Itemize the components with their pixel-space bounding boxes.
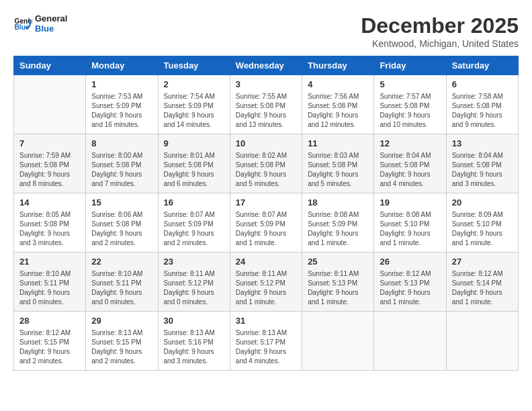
day-info: Sunrise: 8:04 AMSunset: 5:08 PMDaylight:… bbox=[452, 151, 513, 189]
calendar-day-cell: 26Sunrise: 8:12 AMSunset: 5:13 PMDayligh… bbox=[374, 253, 446, 312]
day-number: 14 bbox=[19, 197, 80, 208]
calendar-day-cell: 24Sunrise: 8:11 AMSunset: 5:12 PMDayligh… bbox=[230, 253, 302, 312]
calendar-day-cell: 8Sunrise: 8:00 AMSunset: 5:08 PMDaylight… bbox=[86, 134, 158, 193]
day-info: Sunrise: 8:11 AMSunset: 5:12 PMDaylight:… bbox=[164, 269, 224, 307]
calendar-day-cell: 13Sunrise: 8:04 AMSunset: 5:08 PMDayligh… bbox=[446, 134, 518, 193]
calendar-day-cell: 3Sunrise: 7:55 AMSunset: 5:08 PMDaylight… bbox=[230, 75, 302, 134]
day-number: 17 bbox=[236, 197, 296, 208]
day-info: Sunrise: 8:05 AMSunset: 5:08 PMDaylight:… bbox=[19, 210, 80, 248]
logo-icon: General Blue bbox=[13, 14, 32, 33]
day-number: 23 bbox=[164, 257, 224, 267]
day-info: Sunrise: 8:01 AMSunset: 5:08 PMDaylight:… bbox=[164, 151, 224, 189]
day-number: 6 bbox=[452, 79, 513, 89]
day-info: Sunrise: 8:07 AMSunset: 5:09 PMDaylight:… bbox=[164, 210, 224, 248]
day-info: Sunrise: 8:06 AMSunset: 5:08 PMDaylight:… bbox=[91, 210, 152, 248]
weekday-header-cell: Monday bbox=[86, 56, 158, 75]
calendar-day-cell: 12Sunrise: 8:04 AMSunset: 5:08 PMDayligh… bbox=[374, 134, 446, 193]
day-info: Sunrise: 7:59 AMSunset: 5:08 PMDaylight:… bbox=[19, 151, 80, 189]
calendar-day-cell: 2Sunrise: 7:54 AMSunset: 5:09 PMDaylight… bbox=[158, 75, 230, 134]
day-number: 26 bbox=[380, 257, 440, 267]
day-number: 15 bbox=[91, 197, 152, 208]
page-header: General Blue General Blue December 2025 … bbox=[13, 13, 519, 49]
calendar-day-cell: 27Sunrise: 8:12 AMSunset: 5:14 PMDayligh… bbox=[446, 253, 518, 312]
calendar-day-cell: 6Sunrise: 7:58 AMSunset: 5:08 PMDaylight… bbox=[446, 75, 518, 134]
month-title: December 2025 bbox=[361, 13, 519, 38]
day-info: Sunrise: 8:07 AMSunset: 5:09 PMDaylight:… bbox=[236, 210, 296, 248]
day-info: Sunrise: 7:58 AMSunset: 5:08 PMDaylight:… bbox=[452, 92, 513, 130]
day-info: Sunrise: 8:12 AMSunset: 5:15 PMDaylight:… bbox=[19, 328, 80, 366]
day-info: Sunrise: 8:00 AMSunset: 5:08 PMDaylight:… bbox=[91, 151, 152, 189]
calendar-day-cell: 29Sunrise: 8:13 AMSunset: 5:15 PMDayligh… bbox=[86, 312, 158, 371]
day-number: 21 bbox=[19, 257, 80, 267]
day-info: Sunrise: 8:08 AMSunset: 5:09 PMDaylight:… bbox=[308, 210, 368, 248]
weekday-header-cell: Wednesday bbox=[230, 56, 302, 75]
calendar-day-cell: 25Sunrise: 8:11 AMSunset: 5:13 PMDayligh… bbox=[302, 253, 374, 312]
day-info: Sunrise: 8:09 AMSunset: 5:10 PMDaylight:… bbox=[452, 210, 513, 248]
day-info: Sunrise: 8:13 AMSunset: 5:17 PMDaylight:… bbox=[236, 328, 296, 366]
logo-blue: Blue bbox=[35, 24, 67, 34]
weekday-header-row: SundayMondayTuesdayWednesdayThursdayFrid… bbox=[14, 56, 519, 75]
day-info: Sunrise: 7:56 AMSunset: 5:08 PMDaylight:… bbox=[308, 92, 368, 130]
weekday-header-cell: Friday bbox=[374, 56, 446, 75]
calendar-day-cell: 15Sunrise: 8:06 AMSunset: 5:08 PMDayligh… bbox=[86, 193, 158, 253]
calendar-day-cell: 9Sunrise: 8:01 AMSunset: 5:08 PMDaylight… bbox=[158, 134, 230, 193]
calendar-day-cell: 19Sunrise: 8:08 AMSunset: 5:10 PMDayligh… bbox=[374, 193, 446, 253]
day-number: 7 bbox=[19, 138, 80, 148]
weekday-header-cell: Saturday bbox=[446, 56, 518, 75]
day-info: Sunrise: 8:12 AMSunset: 5:14 PMDaylight:… bbox=[452, 269, 513, 307]
day-info: Sunrise: 8:08 AMSunset: 5:10 PMDaylight:… bbox=[380, 210, 440, 248]
calendar-week-row: 21Sunrise: 8:10 AMSunset: 5:11 PMDayligh… bbox=[14, 253, 519, 312]
logo-general: General bbox=[35, 13, 67, 24]
day-number: 31 bbox=[236, 316, 296, 326]
calendar-week-row: 1Sunrise: 7:53 AMSunset: 5:09 PMDaylight… bbox=[14, 75, 519, 134]
day-info: Sunrise: 7:57 AMSunset: 5:08 PMDaylight:… bbox=[380, 92, 440, 130]
day-number: 11 bbox=[308, 138, 368, 148]
day-number: 3 bbox=[236, 79, 296, 89]
calendar-day-cell: 16Sunrise: 8:07 AMSunset: 5:09 PMDayligh… bbox=[158, 193, 230, 253]
calendar-day-cell: 18Sunrise: 8:08 AMSunset: 5:09 PMDayligh… bbox=[302, 193, 374, 253]
day-info: Sunrise: 8:11 AMSunset: 5:13 PMDaylight:… bbox=[308, 269, 368, 307]
calendar-day-cell: 14Sunrise: 8:05 AMSunset: 5:08 PMDayligh… bbox=[14, 193, 86, 253]
calendar-table: SundayMondayTuesdayWednesdayThursdayFrid… bbox=[13, 56, 519, 371]
day-number: 29 bbox=[91, 316, 152, 326]
calendar-day-cell: 1Sunrise: 7:53 AMSunset: 5:09 PMDaylight… bbox=[86, 75, 158, 134]
day-number: 13 bbox=[452, 138, 513, 148]
day-number: 25 bbox=[308, 257, 368, 267]
location-subtitle: Kentwood, Michigan, United States bbox=[361, 38, 519, 49]
day-number: 16 bbox=[164, 197, 224, 208]
day-info: Sunrise: 8:11 AMSunset: 5:12 PMDaylight:… bbox=[236, 269, 296, 307]
day-info: Sunrise: 7:53 AMSunset: 5:09 PMDaylight:… bbox=[91, 92, 152, 130]
day-number: 2 bbox=[164, 79, 224, 89]
day-info: Sunrise: 7:55 AMSunset: 5:08 PMDaylight:… bbox=[236, 92, 296, 130]
weekday-header-cell: Sunday bbox=[14, 56, 86, 75]
day-info: Sunrise: 8:13 AMSunset: 5:16 PMDaylight:… bbox=[164, 328, 224, 366]
day-number: 1 bbox=[91, 79, 152, 89]
day-number: 9 bbox=[164, 138, 224, 148]
day-number: 18 bbox=[308, 197, 368, 208]
day-info: Sunrise: 8:12 AMSunset: 5:13 PMDaylight:… bbox=[380, 269, 440, 307]
calendar-day-cell: 5Sunrise: 7:57 AMSunset: 5:08 PMDaylight… bbox=[374, 75, 446, 134]
calendar-week-row: 28Sunrise: 8:12 AMSunset: 5:15 PMDayligh… bbox=[14, 312, 519, 371]
day-number: 20 bbox=[452, 197, 513, 208]
calendar-day-cell bbox=[302, 312, 374, 371]
day-number: 8 bbox=[91, 138, 152, 148]
day-info: Sunrise: 7:54 AMSunset: 5:09 PMDaylight:… bbox=[164, 92, 224, 130]
day-number: 28 bbox=[19, 316, 80, 326]
calendar-day-cell: 22Sunrise: 8:10 AMSunset: 5:11 PMDayligh… bbox=[86, 253, 158, 312]
calendar-day-cell: 28Sunrise: 8:12 AMSunset: 5:15 PMDayligh… bbox=[14, 312, 86, 371]
day-number: 10 bbox=[236, 138, 296, 148]
calendar-day-cell: 20Sunrise: 8:09 AMSunset: 5:10 PMDayligh… bbox=[446, 193, 518, 253]
calendar-day-cell: 23Sunrise: 8:11 AMSunset: 5:12 PMDayligh… bbox=[158, 253, 230, 312]
day-info: Sunrise: 8:10 AMSunset: 5:11 PMDaylight:… bbox=[19, 269, 80, 307]
day-info: Sunrise: 8:04 AMSunset: 5:08 PMDaylight:… bbox=[380, 151, 440, 189]
day-number: 19 bbox=[380, 197, 440, 208]
day-info: Sunrise: 8:02 AMSunset: 5:08 PMDaylight:… bbox=[236, 151, 296, 189]
calendar-day-cell: 21Sunrise: 8:10 AMSunset: 5:11 PMDayligh… bbox=[14, 253, 86, 312]
calendar-day-cell: 11Sunrise: 8:03 AMSunset: 5:08 PMDayligh… bbox=[302, 134, 374, 193]
weekday-header-cell: Tuesday bbox=[158, 56, 230, 75]
calendar-day-cell: 7Sunrise: 7:59 AMSunset: 5:08 PMDaylight… bbox=[14, 134, 86, 193]
day-number: 5 bbox=[380, 79, 440, 89]
calendar-day-cell: 10Sunrise: 8:02 AMSunset: 5:08 PMDayligh… bbox=[230, 134, 302, 193]
day-number: 12 bbox=[380, 138, 440, 148]
day-number: 27 bbox=[452, 257, 513, 267]
